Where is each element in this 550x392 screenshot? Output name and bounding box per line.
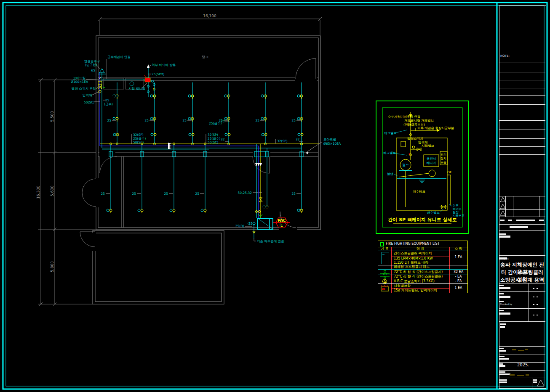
title-block-mark xyxy=(510,374,515,376)
title-block-mark xyxy=(500,323,506,325)
floor-plan-canvas: 16,100 16,300 5,500 5,600 5,800 xyxy=(0,0,550,392)
col-qty: 수 량 xyxy=(449,247,467,251)
label-songsugu-type: (단구형) xyxy=(85,63,97,67)
detail-drain-valve: 배수밸브 xyxy=(427,211,440,215)
label-stack1-sc: 50(SC) xyxy=(133,140,144,144)
plan-labels: 급수배관에 연결 연결송수구 (단구형) 65 코아드릴 Ø100×1EA 탬퍼… xyxy=(71,55,341,243)
detail-open-close-valve: 개폐표시형 개폐밸브 xyxy=(404,119,434,122)
branch-size-label: 25 xyxy=(107,119,111,122)
title-block-mark xyxy=(499,80,545,80)
revision-triangle-icon xyxy=(500,197,506,202)
title-block-mark xyxy=(499,130,545,130)
branch-size-label: 25 xyxy=(182,119,187,122)
title-block-mark xyxy=(516,220,535,221)
title-block-mark xyxy=(499,350,506,352)
branch-size-label: 25 xyxy=(144,119,149,122)
label-tamper: 탬퍼 스위치 부착 xyxy=(72,87,96,90)
title-block-mark xyxy=(499,381,507,383)
row6-qty: 1 EA xyxy=(449,283,467,293)
title-block-mark xyxy=(499,291,545,292)
title-block-mark xyxy=(499,308,545,309)
title-block-mark xyxy=(518,350,524,351)
sprinkler-head-icon xyxy=(138,209,140,212)
title-block-mark xyxy=(499,293,504,294)
label-stack2-sp: 32(SP) xyxy=(208,133,218,137)
title-block-mark xyxy=(499,356,505,357)
title-block-mark xyxy=(533,304,534,305)
branch-size-label: 25 xyxy=(219,119,223,122)
label-stack2-sc: 50(SC) xyxy=(208,140,218,144)
detail-title: 간이 SP 팩케이지 유니트 상세도 xyxy=(388,217,457,222)
title-block-mark xyxy=(499,285,504,286)
detail-connect-after-meter: 수도계량기이후에 연결 xyxy=(388,115,420,119)
label-connect-supply: 급수배관에 연결 xyxy=(107,55,131,59)
sprinkler-head-icon xyxy=(297,209,300,212)
detail-tank: 저수탱크 xyxy=(413,190,425,193)
detail-elec3: 모듈 xyxy=(441,161,446,164)
dim-left-total: 16,300 xyxy=(36,185,40,199)
label-25-riser: 25 xyxy=(105,98,109,102)
dimensions xyxy=(38,17,322,306)
row6-name2: 15ø 게이트밸브, 압력게이지 xyxy=(394,288,437,293)
title-block-mark xyxy=(512,349,516,350)
title-block-mark xyxy=(499,154,545,155)
sprinkler-head-icon xyxy=(188,117,191,120)
label-coredrill65-size: Ø65×10EA xyxy=(323,142,341,146)
title-block-mark xyxy=(499,313,510,315)
title-block-mark xyxy=(499,378,545,378)
title-block-mark xyxy=(533,288,534,289)
title-block-mark xyxy=(499,373,510,375)
sprinkler-head-icon xyxy=(150,117,153,120)
title-block-mark xyxy=(539,220,544,221)
title-block-mark xyxy=(499,146,545,147)
title-block-mark xyxy=(499,310,504,311)
dim-top: 16,100 xyxy=(203,14,216,18)
title-block-mark xyxy=(499,236,510,238)
building-walls xyxy=(93,36,320,304)
detail-box: 수도계량기이후에 연결 개폐표시형 개폐밸브 (현장시공부분) 이후 배관은 현… xyxy=(376,101,469,233)
label-50sc: 50(SC) xyxy=(84,101,94,104)
title-block-mark xyxy=(537,288,538,289)
label-stack1-sp: 32(SP) xyxy=(133,133,144,137)
equipment-list-table: FIRE FIGHTING EQUIPMENT LIST 기 호 명 칭 수 량… xyxy=(378,241,468,293)
branch-size-label: 25 xyxy=(195,192,199,196)
title-block-mark xyxy=(532,378,532,388)
title-block-mark xyxy=(533,381,537,383)
flow-arrows xyxy=(147,64,171,149)
sprinkler-head-icon xyxy=(113,95,115,97)
label-testbox: 시험 밸브함 xyxy=(128,87,145,90)
title-block-mark xyxy=(533,297,534,297)
title-block-mark xyxy=(499,362,545,363)
title-block-mark xyxy=(533,379,537,381)
title-block-mark xyxy=(499,113,545,113)
package-unit xyxy=(248,218,273,238)
title-block-mark xyxy=(525,349,528,350)
sprinkler-head-icon xyxy=(150,95,153,97)
note-label: NOTE: xyxy=(500,54,510,58)
label-songsugu: 연결송수구 xyxy=(84,59,100,63)
cad-drawing-sheet: 16,100 16,300 5,500 5,600 5,800 xyxy=(0,0,550,392)
col-symbol: 기 호 xyxy=(378,247,391,251)
title-block-mark xyxy=(499,138,545,139)
pac-symbol: PAC 1 xyxy=(273,218,290,228)
label-riser-sizes: 50,25,32 xyxy=(238,191,252,195)
revision-triangle-icon xyxy=(500,210,506,216)
title-block-mark xyxy=(499,283,545,283)
row1-name3: 1,150 LIT 물탱크 내장 xyxy=(394,261,428,265)
title-block-mark xyxy=(499,301,504,302)
detail-check-valve: 체크밸브 xyxy=(384,131,397,135)
sprinkler-head-icon xyxy=(113,117,115,120)
detail-pressure-switch: 압력스위치 xyxy=(407,137,423,140)
sprinkler-head-icon xyxy=(224,95,227,97)
title-block-mark xyxy=(499,104,545,105)
title-block-mark xyxy=(513,196,513,217)
title-block-mark xyxy=(499,95,545,96)
detail-battery2: 배터리 xyxy=(427,161,436,165)
label-drain-connect: 기존 배수관에 연결 xyxy=(257,239,284,243)
detail-note3: 현장 xyxy=(453,211,459,214)
row1-name2: 135 LPM×46M×1.0 KW xyxy=(394,257,433,261)
table-title: FIRE FIGHTING EQUIPMENT LIST xyxy=(386,241,440,247)
title-block-mark xyxy=(499,365,505,367)
dim-seg3: 5,800 xyxy=(50,261,54,272)
title-block-mark xyxy=(499,230,545,231)
